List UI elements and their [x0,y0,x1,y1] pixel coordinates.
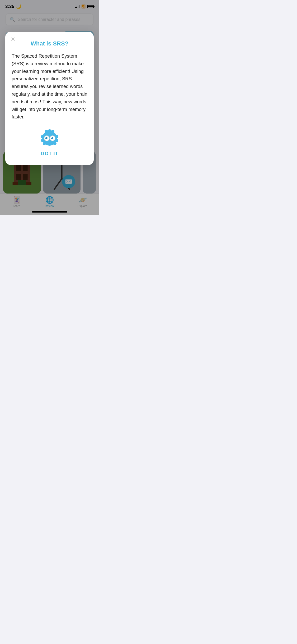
mascot-icon [39,127,60,148]
svg-point-9 [51,130,54,133]
svg-point-19 [51,137,52,138]
svg-point-7 [48,129,51,133]
mascot-container: GOT IT [12,127,87,157]
svg-point-2 [41,139,44,142]
home-indicator [32,211,67,213]
svg-point-14 [45,137,46,138]
got-it-button[interactable]: GOT IT [41,151,58,157]
svg-point-5 [55,139,58,142]
svg-point-8 [45,130,48,133]
modal-body-text: The Spaced Repetition System (SRS) is a … [12,52,87,121]
modal-close-button[interactable]: ✕ [11,36,15,42]
srs-modal: ✕ What is SRS? The Spaced Repetition Sys… [5,32,94,165]
modal-title: What is SRS? [12,40,87,47]
svg-point-3 [43,142,46,145]
svg-point-6 [53,142,56,145]
